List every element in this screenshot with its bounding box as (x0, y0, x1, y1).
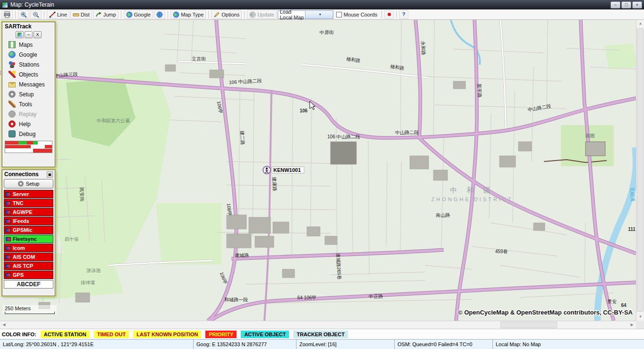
map-scale-label: 250 Meters (5, 306, 31, 311)
sartrack-item-label: Stations (19, 61, 39, 68)
horizontal-scroll-thumb[interactable] (500, 322, 557, 328)
station-figure-icon (266, 168, 268, 170)
connection-server[interactable]: Server (4, 190, 53, 198)
zoom-in-icon (20, 11, 27, 18)
toolbar-separator (168, 10, 168, 18)
connection-gpsmic[interactable]: GPSMic (4, 226, 53, 234)
zoom-in-button[interactable] (18, 10, 29, 19)
maximize-button[interactable]: □ (621, 1, 631, 9)
connection-label: IFeeds (13, 218, 29, 224)
sartrack-item-tools[interactable]: Tools (2, 99, 55, 109)
connections-panel-button[interactable]: ▣ (47, 171, 53, 178)
map-label: 106 中山路二段 (327, 134, 360, 139)
minimize-button[interactable]: – (610, 1, 620, 9)
red-dot-icon (388, 13, 391, 16)
sartrack-panel-title[interactable]: SARTrack (2, 22, 55, 31)
replay-icon (8, 111, 16, 118)
sartrack-item-label: Google (19, 51, 37, 58)
map-label: 排球場 (80, 280, 95, 285)
panel-map-button[interactable] (16, 31, 24, 38)
connection-fleetsync[interactable]: Fleetsync (4, 235, 53, 243)
legend-badge: ACTIVE STATION (41, 331, 90, 338)
help-button[interactable]: ? (399, 10, 408, 19)
sartrack-item-setup[interactable]: Setup (2, 89, 55, 99)
sartrack-item-debug[interactable]: Debug (2, 129, 55, 139)
setup-icon (8, 91, 16, 98)
globe-button[interactable] (154, 10, 165, 19)
connection-label: AIS COM (13, 254, 35, 260)
zoom-out-button[interactable] (30, 10, 42, 19)
plug-icon (6, 210, 11, 214)
connections-setup-button[interactable]: Setup (4, 179, 53, 188)
combo-dropdown-icon[interactable]: ▼ (305, 11, 333, 18)
checkbox-box[interactable] (336, 12, 342, 17)
legend-badge: TRACKER OBJECT (293, 331, 347, 338)
ruler-icon (73, 11, 79, 18)
map-canvas[interactable]: 中 和 區 ZHONGHE DISTRICT 106 中山路二段106 中山路二… (0, 20, 636, 321)
sartrack-item-label: Messages (19, 81, 45, 88)
sartrack-item-help[interactable]: Help (2, 119, 55, 129)
jump-arrow-icon (95, 11, 102, 18)
legend-badge: TIMED OUT (94, 331, 129, 338)
sartrack-item-replay[interactable]: Replay (2, 109, 55, 119)
color-info-title: COLOR INFO: (2, 332, 36, 337)
mouse-coords-checkbox[interactable]: Mouse Coords (334, 12, 380, 17)
line-button[interactable]: Line (47, 10, 69, 19)
google-button[interactable]: Google (124, 10, 153, 19)
update-button[interactable]: Update (247, 10, 276, 19)
local-map-select[interactable]: Load Local Map ▼ (278, 10, 333, 19)
map-label: 111 (628, 227, 636, 232)
dist-button[interactable]: Dist (70, 10, 92, 19)
connection-gps[interactable]: GPS (4, 271, 53, 279)
plug-icon (6, 246, 11, 250)
marker-dot-button[interactable] (384, 10, 394, 19)
update-globe-icon (249, 11, 256, 18)
sartrack-item-google[interactable]: Google (2, 50, 55, 60)
connections-panel-titlebar[interactable]: Connections ▣ (2, 170, 55, 179)
print-button[interactable] (1, 10, 13, 19)
printer-icon (4, 11, 10, 18)
vertical-scroll-thumb[interactable] (637, 28, 644, 312)
connection-label: Fleetsync (13, 236, 37, 242)
line-button-label: Line (57, 12, 67, 17)
connection-label: Server (13, 191, 29, 197)
sartrack-item-maps[interactable]: Maps (2, 40, 55, 50)
station-label: KENW1001 (273, 167, 301, 173)
sartrack-item-objects[interactable]: Objects (2, 69, 55, 79)
close-button[interactable]: × (632, 1, 642, 9)
connections-setup-label: Setup (26, 181, 40, 187)
connection-ais-com[interactable]: AIS COM (4, 253, 53, 261)
jump-button[interactable]: Jump (93, 10, 119, 19)
connection-icom[interactable]: Icom (4, 244, 53, 252)
sartrack-item-messages[interactable]: Messages (2, 79, 55, 89)
connection-tnc[interactable]: TNC (4, 199, 53, 207)
options-button[interactable]: Options (211, 10, 242, 19)
map-attribution: © OpenCycleMap & OpenStreetMap contribut… (458, 309, 633, 316)
map-label: 連城路 (235, 253, 249, 258)
map-label: 中原街 (320, 30, 334, 35)
panel-close-button[interactable]: X (34, 31, 42, 38)
status-field: Lat/Long: 25°00.2601N , 121°29.4151E (0, 340, 194, 349)
zoom-out-icon (33, 11, 39, 18)
connection-ifeeds[interactable]: IFeeds (4, 217, 53, 225)
window-titlebar[interactable]: Map: CycleTerain – □ × (0, 0, 644, 9)
sartrack-item-stations[interactable]: Stations (2, 60, 55, 69)
map-type-button-label: Map Type (181, 12, 203, 17)
sartrack-item-label: Help (19, 121, 31, 128)
scroll-right-icon[interactable]: ▶ (628, 321, 636, 329)
map-label: 459巷 (495, 249, 508, 254)
map-type-button[interactable]: Map Type (170, 10, 206, 19)
vertical-scrollbar[interactable]: ▲ ▼ (636, 20, 644, 321)
connection-ais-tcp[interactable]: AIS TCP (4, 262, 53, 270)
map-label: 64 106甲 (297, 295, 317, 300)
scroll-left-icon[interactable]: ◀ (0, 321, 8, 329)
station-marker[interactable]: KENW1001 (263, 166, 304, 174)
google-icon (8, 51, 16, 58)
connection-agwpe[interactable]: AGWPE (4, 208, 53, 216)
map-label: 南山路 (436, 213, 450, 218)
district-label-en: ZHONGHE DISTRICT (432, 196, 513, 202)
scroll-down-icon[interactable]: ▼ (636, 313, 644, 321)
scroll-up-icon[interactable]: ▲ (636, 20, 644, 27)
panel-minimize-button[interactable]: – (25, 31, 33, 38)
horizontal-scrollbar[interactable]: ◀ ▶ (0, 321, 636, 329)
